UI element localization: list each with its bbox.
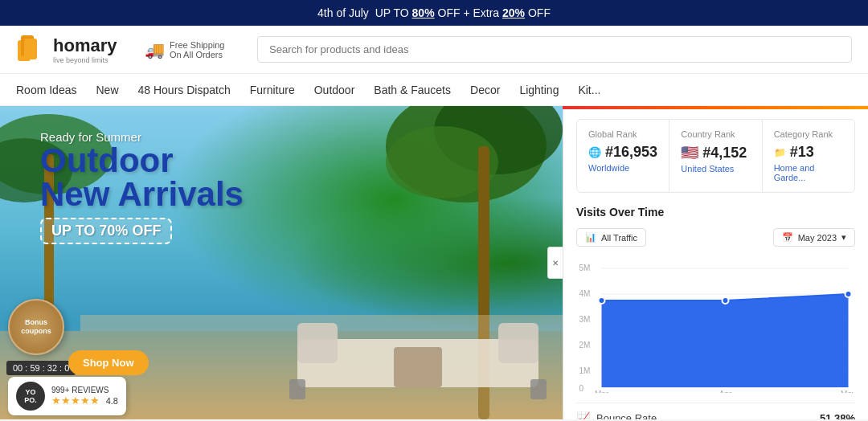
shipping-info: 🚚 Free Shipping On All Orders [145, 40, 241, 59]
visits-chart: 5M 4M 3M 2M 1M 0 [576, 256, 855, 393]
svg-rect-16 [530, 379, 547, 399]
svg-text:Mar: Mar [595, 390, 609, 393]
svg-rect-17 [394, 347, 442, 387]
svg-rect-13 [297, 323, 338, 363]
global-rank-label: Global Rank [588, 129, 657, 139]
svg-rect-15 [289, 379, 305, 399]
category-rank-item: Category Rank 📁 #13 Home and Garde... [763, 120, 854, 192]
global-rank-item: Global Rank 🌐 #16,953 Worldwide [577, 120, 669, 192]
calendar-icon: 📅 [782, 232, 793, 243]
bounce-rate-label: 📈 Bounce Rate [576, 411, 657, 419]
star-rating: ★★★★★ 4.8 [51, 394, 118, 407]
date-picker[interactable]: 📅 May 2023 ▾ [773, 228, 855, 247]
nav-room-ideas[interactable]: Room Ideas [16, 84, 76, 96]
svg-text:0: 0 [579, 384, 584, 393]
visits-title: Visits Over Time [576, 206, 855, 219]
svg-text:5M: 5M [579, 264, 591, 272]
svg-text:Apr: Apr [719, 390, 732, 393]
nav-furniture[interactable]: Furniture [250, 84, 295, 96]
svg-point-31 [723, 297, 729, 304]
hero-banner: Ready for Summer Outdoor New Arrivals UP… [0, 106, 563, 419]
chart-controls: 📊 All Traffic 📅 May 2023 ▾ [576, 228, 855, 247]
yotpo-logo: YOPO. [16, 382, 45, 411]
svg-rect-2 [24, 39, 37, 59]
flag-icon: 🇺🇸 [681, 144, 698, 161]
nav-decor[interactable]: Decor [470, 84, 500, 96]
announcement-text: 4th of July UP TO 80% OFF + Extra 20% OF… [317, 6, 551, 19]
reviews-count: 999+ REVIEWS [51, 386, 118, 394]
nav-more[interactable]: Kit... [578, 84, 600, 96]
global-rank-sub: Worldwide [588, 163, 657, 173]
hero-discount: UP TO 70% OFF [40, 218, 172, 244]
hero-text: Ready for Summer Outdoor New Arrivals UP… [40, 130, 244, 244]
analytics-panel: Global Rank 🌐 #16,953 Worldwide Country … [563, 106, 868, 419]
chevron-down-icon: ▾ [841, 232, 846, 243]
reviews-badge: YOPO. 999+ REVIEWS ★★★★★ 4.8 [8, 377, 126, 415]
announcement-bar: 4th of July UP TO 80% OFF + Extra 20% OF… [0, 0, 868, 26]
svg-point-32 [845, 291, 852, 297]
bonus-coupon: Bonus coupons [8, 299, 64, 355]
svg-point-30 [599, 297, 605, 304]
hero-title-line1: Outdoor [40, 144, 244, 178]
nav-lighting[interactable]: Lighting [519, 84, 559, 96]
close-panel-button[interactable]: ✕ [547, 247, 563, 279]
logo[interactable]: homary live beyond limits [16, 34, 129, 66]
bounce-icon: 📈 [576, 411, 590, 419]
country-rank-sub: United States [681, 164, 750, 174]
country-rank-item: Country Rank 🇺🇸 #4,152 United States [669, 120, 762, 192]
folder-icon: 📁 [774, 147, 786, 158]
country-rank-value: 🇺🇸 #4,152 [681, 144, 750, 161]
category-rank-label: Category Rank [774, 129, 843, 139]
traffic-icon: 📊 [585, 232, 596, 243]
globe-icon: 🌐 [588, 146, 601, 158]
nav-bar: Room Ideas New 48 Hours Dispatch Furnitu… [0, 74, 868, 106]
bounce-rate-row: 📈 Bounce Rate 51.38% [576, 403, 855, 419]
countdown-timer: 00 : 59 : 32 : 0 [6, 361, 76, 375]
category-rank-value: 📁 #13 [774, 144, 843, 161]
nav-48-hours[interactable]: 48 Hours Dispatch [138, 84, 231, 96]
bounce-rate-value: 51.38% [820, 412, 855, 420]
shop-now-button[interactable]: Shop Now [68, 350, 149, 375]
sofa-decoration [289, 307, 547, 403]
main-content: Ready for Summer Outdoor New Arrivals UP… [0, 106, 868, 419]
traffic-selector[interactable]: 📊 All Traffic [576, 228, 646, 247]
nav-bath-faucets[interactable]: Bath & Faucets [374, 84, 451, 96]
svg-text:3M: 3M [579, 315, 591, 324]
rank-section: Global Rank 🌐 #16,953 Worldwide Country … [576, 119, 855, 193]
svg-rect-14 [498, 323, 538, 363]
logo-text: homary live beyond limits [53, 35, 117, 64]
global-rank-value: 🌐 #16,953 [588, 144, 657, 161]
svg-text:May: May [841, 390, 855, 393]
top-color-bar [563, 106, 868, 109]
header: homary live beyond limits 🚚 Free Shippin… [0, 26, 868, 74]
category-rank-sub: Home and Garde... [774, 163, 843, 182]
country-rank-label: Country Rank [681, 129, 750, 139]
chart-svg: 5M 4M 3M 2M 1M 0 [576, 256, 855, 393]
search-input[interactable] [257, 36, 852, 63]
logo-icon [16, 34, 48, 66]
svg-text:1M: 1M [579, 366, 591, 375]
nav-outdoor[interactable]: Outdoor [314, 84, 355, 96]
hero-title-line2: New Arrivals [40, 178, 244, 211]
svg-text:4M: 4M [579, 289, 591, 298]
truck-icon: 🚚 [145, 40, 165, 59]
nav-new[interactable]: New [96, 84, 118, 96]
svg-text:2M: 2M [579, 341, 591, 349]
